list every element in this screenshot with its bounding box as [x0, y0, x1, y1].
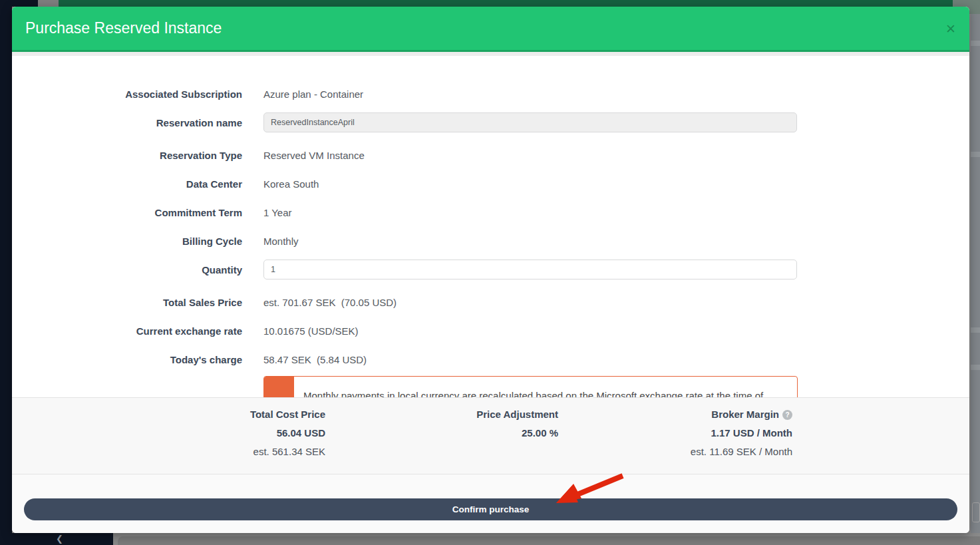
- field-todays-charge: Today's charge 58.47 SEK (5.84 USD): [12, 349, 969, 369]
- dialog-title: Purchase Reserved Instance: [12, 7, 969, 50]
- field-label: Current exchange rate: [12, 325, 242, 337]
- dialog-header: Purchase Reserved Instance ✕: [12, 7, 969, 52]
- field-reservation-type: Reservation Type Reserved VM Instance: [12, 145, 969, 165]
- quantity-input[interactable]: [263, 260, 797, 279]
- field-total-sales-price: Total Sales Price est. 701.67 SEK (70.05…: [12, 292, 969, 312]
- background-sidebar: [0, 7, 12, 533]
- field-value: Reserved VM Instance: [263, 150, 365, 161]
- warning-icon: [264, 377, 294, 397]
- field-data-center: Data Center Korea South: [12, 174, 969, 194]
- field-quantity: Quantity: [12, 260, 969, 279]
- field-billing-cycle: Billing Cycle Monthly: [12, 231, 969, 251]
- price-adjustment-label: Price Adjustment: [325, 405, 558, 424]
- field-label: Reservation name: [12, 117, 242, 128]
- field-label: Today's charge: [12, 354, 242, 365]
- field-label: Total Sales Price: [12, 297, 242, 308]
- total-cost-price-column: Total Cost Price 56.04 USD est. 561.34 S…: [12, 405, 325, 474]
- field-associated-subscription: Associated Subscription Azure plan - Con…: [12, 84, 969, 104]
- field-value: Monthly: [263, 236, 299, 247]
- background-table-edge: [118, 536, 980, 545]
- broker-margin-sek: est. 11.69 SEK / Month: [558, 443, 792, 461]
- reservation-name-input[interactable]: [263, 112, 797, 132]
- field-value: est. 701.67 SEK (70.05 USD): [263, 297, 397, 308]
- exchange-rate-warning: Monthly payments in local currency are r…: [263, 376, 798, 397]
- background-app-header: [59, 0, 980, 7]
- body-top-strip: [12, 52, 969, 56]
- field-current-exchange-rate: Current exchange rate 10.01675 (USD/SEK): [12, 321, 969, 341]
- warning-text: Monthly payments in local currency are r…: [294, 377, 772, 397]
- scrollbar-track[interactable]: [971, 14, 980, 533]
- field-value: 58.47 SEK (5.84 USD): [263, 354, 367, 365]
- field-label: Reservation Type: [12, 150, 242, 161]
- dialog-footer: Confirm purchase: [12, 474, 969, 533]
- close-icon[interactable]: ✕: [945, 22, 956, 35]
- field-commitment-term: Commitment Term 1 Year: [12, 202, 969, 222]
- field-value: Korea South: [263, 178, 319, 190]
- broker-margin-usd: 1.17 USD / Month: [558, 424, 792, 443]
- field-value: 1 Year: [263, 207, 292, 218]
- field-value: Azure plan - Container: [263, 89, 363, 100]
- field-label: Data Center: [12, 178, 242, 190]
- confirm-purchase-button[interactable]: Confirm purchase: [24, 498, 957, 520]
- dialog-body: Associated Subscription Azure plan - Con…: [12, 52, 969, 397]
- total-cost-price-sek: est. 561.34 SEK: [12, 443, 325, 461]
- background-row-divider: [971, 41, 980, 46]
- field-label: Associated Subscription: [12, 89, 242, 100]
- field-reservation-name: Reservation name: [12, 112, 969, 132]
- purchase-reserved-instance-dialog: Purchase Reserved Instance ✕ Associated …: [12, 7, 969, 533]
- price-adjustment-value: 25.00 %: [325, 424, 558, 443]
- background-secondary-strip: [38, 0, 59, 7]
- background-row-divider: [971, 365, 980, 370]
- field-label: Commitment Term: [12, 207, 242, 218]
- help-icon[interactable]: ?: [782, 410, 792, 420]
- background-row-divider: [971, 152, 980, 157]
- broker-margin-header: Broker Margin?: [558, 405, 792, 424]
- background-row-divider: [971, 327, 980, 333]
- price-adjustment-column: Price Adjustment 25.00 %: [325, 405, 558, 474]
- field-label: Quantity: [12, 264, 242, 275]
- total-cost-price-label: Total Cost Price: [12, 405, 325, 424]
- field-label: Billing Cycle: [12, 236, 242, 247]
- sidebar-collapse-chevron-icon[interactable]: ❮: [56, 534, 63, 544]
- background-mini-button: [972, 502, 980, 522]
- field-value: 10.01675 (USD/SEK): [263, 325, 359, 337]
- total-cost-price-usd: 56.04 USD: [12, 424, 325, 443]
- broker-margin-column: Broker Margin? 1.17 USD / Month est. 11.…: [558, 405, 792, 474]
- background-sidebar-top: [0, 0, 38, 7]
- broker-margin-label: Broker Margin: [711, 409, 779, 420]
- price-summary-bar: Total Cost Price 56.04 USD est. 561.34 S…: [12, 397, 969, 474]
